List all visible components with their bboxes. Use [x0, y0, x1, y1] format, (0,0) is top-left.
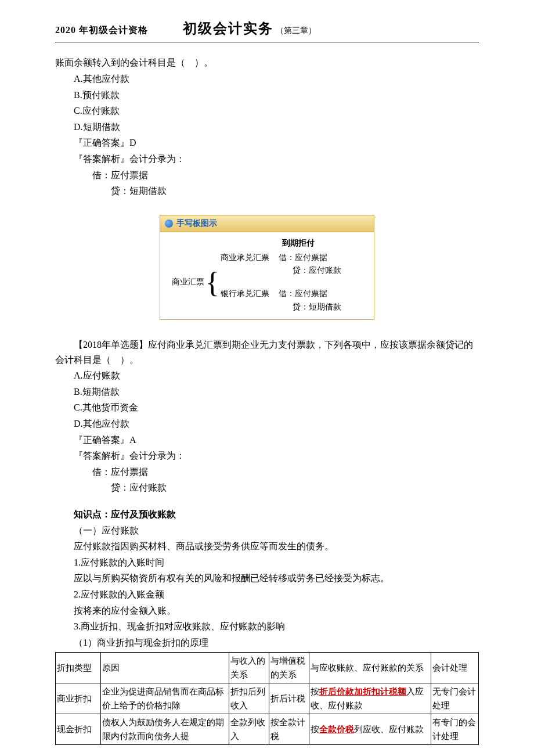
knowledge-point-title: 知识点：应付及预收账款	[55, 507, 479, 522]
diagram-branch-2: 银行承兑汇票	[221, 287, 279, 314]
r2-vat: 按全款计税	[269, 714, 309, 745]
kp-point-2: 2.应付账款的入账金额	[55, 587, 479, 602]
r1-receivable-pre: 按	[311, 687, 319, 696]
table-row: 现金折扣 债权人为鼓励债务人在规定的期限内付款而向债务人提 全款列收入 按全款计…	[56, 714, 479, 745]
q2-option-a: A.应付账款	[55, 368, 479, 383]
header-chapter: （第三章）	[276, 24, 316, 37]
r1-income: 折扣后列收入	[229, 683, 269, 714]
kp-point-1-desc: 应以与所购买物资所有权有关的风险和报酬已经转移或劳务已经接受为标志。	[55, 571, 479, 586]
diagram-b1-credit: 贷：应付账款	[279, 264, 360, 277]
r1-reason: 企业为促进商品销售而在商品标价上给予的价格扣除	[100, 683, 229, 714]
diagram-root: 商业汇票	[166, 276, 204, 289]
r2-income: 全款列收入	[229, 714, 269, 745]
r2-receivable-post: 列应收、应付账款	[354, 725, 424, 734]
r2-receivable-red: 全款价税	[319, 725, 354, 734]
page-header: 2020 年初级会计资格 初级会计实务 （第三章）	[55, 17, 479, 42]
r1-receivable: 按折后价款加折扣计税额入应收、应付账款	[309, 683, 431, 714]
r2-receivable: 按全款价税列应收、应付账款	[309, 714, 431, 745]
q1-entry-debit: 借：应付票据	[55, 168, 479, 183]
th-accounting: 会计处理	[431, 653, 479, 683]
q1-option-a: A.其他应付款	[55, 71, 479, 87]
table-row: 商业折扣 企业为促进商品销售而在商品标价上给予的价格扣除 折扣后列收入 折后计税…	[56, 683, 479, 714]
kp-section-1-desc: 应付账款指因购买材料、商品或接受劳务供应等而发生的债务。	[55, 539, 479, 554]
kp-point-1: 1.应付账款的入账时间	[55, 555, 479, 570]
q1-entry-credit: 贷：短期借款	[55, 183, 479, 199]
r2-type: 现金折扣	[56, 714, 101, 745]
q2-option-c: C.其他货币资金	[55, 400, 479, 415]
q1-option-d: D.短期借款	[55, 120, 479, 135]
handwriting-diagram: 手写板图示 到期拒付 商业汇票 { 商业承兑汇票 借：应付票据 贷：应付账款	[160, 215, 374, 320]
r1-vat: 折后计税	[269, 683, 309, 714]
q2-analysis: 『答案解析』会计分录为：	[55, 448, 479, 463]
th-vat: 与增值税的关系	[269, 653, 309, 683]
th-reason: 原因	[100, 653, 229, 683]
discount-table: 折扣类型 原因 与收入的关系 与增值税的关系 与应收账款、应付账款的关系 会计处…	[55, 652, 479, 745]
diagram-header-right: 到期拒付	[282, 237, 363, 250]
q2-option-b: B.短期借款	[55, 384, 479, 399]
q2-entry-debit: 借：应付票据	[55, 465, 479, 480]
diagram-title-bar: 手写板图示	[160, 215, 374, 232]
q2-entry-credit: 贷：应付账款	[55, 480, 479, 495]
q1-answer: 『正确答案』D	[55, 135, 479, 150]
kp-section-1: （一）应付账款	[55, 523, 479, 538]
r1-accounting: 无专门会计处理	[431, 683, 479, 714]
diagram-body: 到期拒付 商业汇票 { 商业承兑汇票 借：应付票据 贷：应付账款 银行承兑汇票	[160, 232, 374, 319]
r1-receivable-red: 折后价款加折扣计税额	[319, 687, 406, 696]
diagram-title-text: 手写板图示	[176, 217, 217, 230]
q2-stem: 【2018年单选题】应付商业承兑汇票到期企业无力支付票款，下列各项中，应按该票据…	[55, 337, 479, 367]
q1-stem: 账面余额转入到的会计科目是（ ）。	[55, 55, 479, 70]
kp-point-3-sub: （1）商业折扣与现金折扣的原理	[55, 635, 479, 650]
globe-icon	[165, 219, 173, 228]
q2-option-d: D.其他应付款	[55, 416, 479, 431]
r2-accounting: 有专门的会计处理	[431, 714, 479, 745]
r1-type: 商业折扣	[56, 683, 101, 714]
diagram-branch-1: 商业承兑汇票	[221, 251, 279, 278]
r2-reason: 债权人为鼓励债务人在规定的期限内付款而向债务人提	[100, 714, 229, 745]
th-type: 折扣类型	[56, 653, 101, 683]
q1-option-c: C.应付账款	[55, 103, 479, 118]
th-income: 与收入的关系	[229, 653, 269, 683]
header-title: 初级会计实务	[183, 17, 273, 39]
r2-receivable-pre: 按	[311, 725, 319, 734]
q2-answer: 『正确答案』A	[55, 433, 479, 448]
kp-point-2-desc: 按将来的应付金额入账。	[55, 603, 479, 618]
q1-option-b: B.预付账款	[55, 88, 479, 103]
diagram-b2-debit: 借：应付票据	[279, 287, 360, 300]
diagram-b1-debit: 借：应付票据	[279, 251, 360, 264]
th-receivable: 与应收账款、应付账款的关系	[309, 653, 431, 683]
diagram-b2-credit: 贷：短期借款	[279, 301, 360, 314]
table-row-header: 折扣类型 原因 与收入的关系 与增值税的关系 与应收账款、应付账款的关系 会计处…	[56, 653, 479, 683]
q1-analysis: 『答案解析』会计分录为：	[55, 152, 479, 167]
header-year: 2020 年初级会计资格	[55, 23, 148, 38]
kp-point-3: 3.商业折扣、现金折扣对应收账款、应付账款的影响	[55, 619, 479, 634]
